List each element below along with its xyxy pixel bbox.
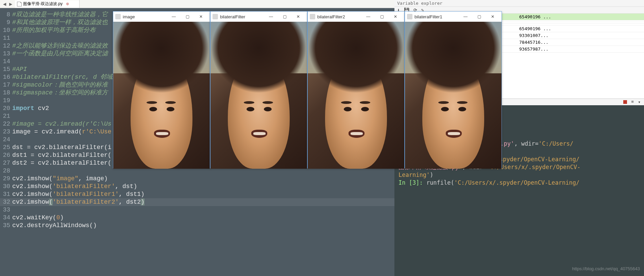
line-number: 26 [0,151,12,159]
var-value: 93657987... [519,47,641,52]
line-number: 15 [0,66,12,73]
line-number: 24 [0,136,12,144]
code-line[interactable]: 35cv2.destroyAllWindows() [0,222,394,229]
line-number: 13 [0,50,12,58]
code-content: cv2.imshow('bilateralFilter1', dst1) [12,190,394,198]
maximize-icon[interactable]: ▢ [278,12,291,21]
minimize-icon[interactable]: — [167,12,181,21]
line-number: 9 [0,19,12,26]
tab-prev-icon[interactable]: ◀ [1,2,7,6]
line-number: 22 [0,120,12,128]
tab-nav-arrows: ◀ ▶ [0,2,15,6]
maximize-icon[interactable]: ▢ [472,12,486,21]
line-number: 21 [0,112,12,120]
line-number: 14 [0,58,12,66]
var-value: 78445716... [519,40,641,45]
code-line[interactable]: 30cv2.imshow('bilateralFilter', dst) [0,183,394,190]
line-number: 20 [0,105,12,112]
line-number: 25 [0,144,12,151]
window-titlebar[interactable]: bilateralFilter—▢✕ [210,12,307,22]
tab-label: 图像平滑-双边滤波.py [23,1,63,7]
line-number: 33 [0,206,12,214]
window-title: bilateralFilter1 [414,14,442,19]
code-content [12,206,394,214]
image-window-bilateralFilter[interactable]: bilateralFilter—▢✕ [210,11,307,168]
image-content [113,22,210,169]
close-icon[interactable]: ✕ [389,12,402,21]
image-content [308,22,404,169]
close-icon[interactable]: ✕ [486,12,499,21]
close-icon[interactable]: ✕ [194,12,208,21]
image-window-bilateralFilter2[interactable]: bilateralFilter2—▢✕ [307,11,405,168]
line-number: 8 [0,11,12,19]
window-title: image [123,14,135,19]
app-icon [115,14,121,19]
var-value: 65490196 ... [519,26,641,31]
var-value: 93301007... [519,33,641,38]
window-titlebar[interactable]: bilateralFilter2—▢✕ [308,12,404,22]
line-number: 18 [0,89,12,97]
code-line[interactable]: 32cv2.imshow('bilateralFilter2', dst2) [0,198,394,206]
file-tab-2[interactable]: 图像平滑-双边滤波.py⊗ [15,0,80,8]
line-number: 32 [0,198,12,206]
code-content: cv2.imshow('bilateralFilter2', dst2) [12,198,394,206]
image-window-image[interactable]: image—▢✕ [113,11,210,168]
line-number: 10 [0,26,12,34]
window-titlebar[interactable]: image—▢✕ [113,12,210,22]
stop-icon[interactable] [623,100,627,104]
app-icon [407,14,412,19]
code-line[interactable]: 29cv2.imshow("image", image) [0,175,394,183]
console-clear-icon[interactable]: ≡ [631,99,634,105]
code-line[interactable]: 33 [0,206,394,214]
minimize-icon[interactable]: — [459,12,472,21]
code-content: cv2.imshow('bilateralFilter', dst) [12,183,394,190]
maximize-icon[interactable]: ▢ [375,12,389,21]
console-menu-icon[interactable]: ▾ [638,99,641,105]
window-title: bilateralFilter2 [317,14,345,19]
line-number: 35 [0,222,12,229]
line-number: 17 [0,81,12,89]
image-content [405,22,502,169]
console-line: Learning') [399,171,640,179]
line-number: 16 [0,73,12,81]
console-line: In [3]: runfile('C:/Users/x/.spyder/Open… [399,179,640,187]
code-content: cv2.imshow("image", image) [12,175,394,183]
code-line[interactable]: 34cv2.waitKey(0) [0,214,394,222]
line-number: 27 [0,159,12,167]
line-number: 11 [0,34,12,42]
image-content [210,22,307,169]
line-number: 19 [0,97,12,105]
window-title: bilateralFilter [220,14,245,19]
app-icon [310,14,315,19]
line-number: 28 [0,167,12,175]
close-icon[interactable]: ✕ [291,12,305,21]
line-number: 23 [0,128,12,136]
line-number: 31 [0,190,12,198]
minimize-icon[interactable]: — [264,12,278,21]
code-content: cv2.destroyAllWindows() [12,222,394,229]
image-window-bilateralFilter1[interactable]: bilateralFilter1—▢✕ [405,11,502,168]
minimize-icon[interactable]: — [361,12,375,21]
maximize-icon[interactable]: ▢ [181,12,194,21]
close-icon[interactable]: ⊗ [66,2,69,6]
window-titlebar[interactable]: bilateralFilter1—▢✕ [405,12,502,22]
var-value: 65490196 ... [519,14,641,19]
watermark-text: https://blog.csdn.net/qq_40755643 [572,266,640,271]
variable-explorer-title: Variable explorer [394,0,644,7]
line-number: 29 [0,175,12,183]
line-number: 12 [0,42,12,50]
app-icon [213,14,218,19]
code-line[interactable]: 31cv2.imshow('bilateralFilter1', dst1) [0,190,394,198]
file-icon [17,2,22,6]
tab-next-icon[interactable]: ▶ [7,2,14,6]
code-content: cv2.waitKey(0) [12,214,394,222]
line-number: 30 [0,183,12,190]
line-number: 34 [0,214,12,222]
